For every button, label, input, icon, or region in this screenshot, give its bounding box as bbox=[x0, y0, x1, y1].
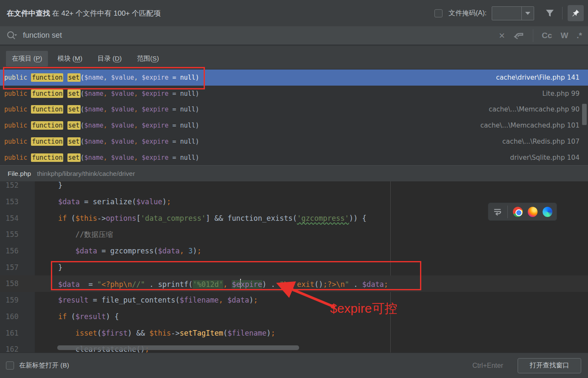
result-row[interactable]: public function set($name, $value, $expi… bbox=[0, 69, 588, 86]
preview-filename: File.php bbox=[8, 170, 31, 178]
code-token: ) bbox=[196, 138, 199, 145]
code-token: , bbox=[134, 154, 142, 161]
code-token: )) { bbox=[349, 214, 367, 222]
code-token: <?php\n bbox=[101, 280, 132, 289]
code-token: = bbox=[168, 74, 180, 81]
code-token: $filename bbox=[179, 296, 218, 304]
code-token: //数据压缩 bbox=[76, 230, 113, 239]
scope-tab[interactable]: 目录 (D) bbox=[92, 51, 128, 67]
code-token: , bbox=[104, 138, 111, 145]
combo-dropdown-arrow[interactable] bbox=[521, 7, 534, 20]
result-file-label: cache\...\Redis.php 107 bbox=[502, 138, 585, 145]
reader-mode-icon[interactable] bbox=[493, 207, 502, 217]
code-token: public bbox=[4, 138, 31, 145]
clear-search-icon[interactable]: × bbox=[499, 32, 505, 39]
code-token: set bbox=[67, 153, 81, 162]
code-token: $value bbox=[111, 138, 134, 145]
code-token: $expire bbox=[142, 154, 168, 161]
code-token: = bbox=[168, 154, 180, 161]
code-token: , bbox=[134, 106, 142, 113]
firefox-icon[interactable] bbox=[528, 207, 538, 217]
whole-words-icon[interactable]: W bbox=[560, 31, 568, 40]
search-input-value[interactable]: function set bbox=[23, 31, 62, 40]
chrome-icon[interactable] bbox=[513, 207, 523, 217]
scope-tab[interactable]: 范围(S) bbox=[131, 51, 165, 67]
code-token: ) bbox=[193, 247, 197, 255]
code-token bbox=[23, 197, 58, 206]
file-mask-value bbox=[492, 7, 521, 20]
result-row[interactable]: public function set($name, $value, $expi… bbox=[0, 117, 588, 133]
scope-tab[interactable]: 在项目 (P) bbox=[6, 51, 48, 67]
result-file-label: cache\driver\File.php 141 bbox=[496, 74, 585, 81]
code-token: function bbox=[31, 153, 63, 162]
regex-icon[interactable]: .* bbox=[577, 31, 582, 40]
open-find-window-button[interactable]: 打开查找窗口 bbox=[518, 358, 581, 373]
results-scrollbar-thumb[interactable] bbox=[582, 104, 587, 125]
code-token bbox=[63, 122, 67, 129]
code-token: ) bbox=[196, 154, 199, 161]
code-token: isset bbox=[76, 329, 97, 337]
code-token: ( bbox=[81, 106, 84, 113]
code-token: ?> bbox=[328, 280, 336, 289]
code-token: \n bbox=[284, 280, 292, 289]
open-in-new-tab-checkbox[interactable] bbox=[6, 361, 14, 370]
horizontal-scrollbar-thumb[interactable] bbox=[57, 345, 299, 350]
code-token: $name bbox=[84, 90, 104, 97]
code-token bbox=[293, 280, 297, 289]
find-in-files-dialog: 在文件中查找 在 42+ 个文件中有 100+ 个匹配项 文件掩码(A): bbox=[0, 0, 588, 378]
code-token: ; bbox=[323, 280, 327, 289]
code-token: public bbox=[4, 122, 31, 129]
match-case-icon[interactable]: Cc bbox=[542, 31, 552, 40]
code-token: , bbox=[134, 122, 142, 129]
code-token: = gzcompress( bbox=[97, 247, 158, 255]
code-text: $result = file_put_contents($filename, $… bbox=[0, 296, 258, 304]
code-token: , bbox=[104, 90, 111, 97]
edge-icon[interactable] bbox=[543, 207, 552, 217]
filter-icon[interactable] bbox=[543, 6, 557, 20]
search-field[interactable]: function set × Cc W .* bbox=[0, 26, 588, 46]
code-token: $data bbox=[227, 296, 249, 304]
result-file-label: driver\Sqlite.php 104 bbox=[510, 154, 585, 161]
result-row[interactable]: public function set($name, $value, $expi… bbox=[0, 102, 588, 118]
code-token: = bbox=[168, 106, 180, 113]
file-mask-combobox[interactable] bbox=[492, 6, 534, 20]
code-token bbox=[23, 247, 76, 255]
code-token: '%012d' bbox=[193, 280, 223, 289]
result-row[interactable]: public function set($name, $value, $expi… bbox=[0, 133, 588, 150]
file-mask-checkbox[interactable] bbox=[434, 9, 442, 17]
file-mask-label: 文件掩码(A): bbox=[448, 9, 487, 18]
code-token: ; bbox=[271, 329, 275, 337]
code-token: = bbox=[168, 122, 180, 129]
code-token: , bbox=[223, 280, 227, 289]
code-token: $value bbox=[111, 154, 134, 161]
code-token: null bbox=[180, 122, 195, 129]
code-token: $expire bbox=[142, 74, 168, 81]
result-row[interactable]: public function set($name, $value, $expi… bbox=[0, 150, 588, 166]
result-row[interactable]: public function set($name, $value, $expi… bbox=[0, 86, 588, 102]
titlebar-separator bbox=[562, 7, 563, 19]
code-token: options bbox=[106, 214, 137, 222]
code-token: $name bbox=[84, 138, 104, 145]
code-token: xpire bbox=[241, 280, 262, 289]
code-token: $name bbox=[84, 74, 104, 81]
code-token bbox=[63, 74, 67, 81]
code-token: -> bbox=[97, 214, 106, 222]
code-token: $data bbox=[362, 280, 384, 289]
code-token bbox=[227, 280, 232, 289]
code-token bbox=[63, 138, 67, 145]
scope-tab[interactable]: 模块 (M) bbox=[51, 51, 88, 67]
code-token: = file_put_contents( bbox=[89, 296, 180, 304]
code-token: set bbox=[67, 73, 81, 82]
code-line: 159 $result = file_put_contents($filenam… bbox=[0, 292, 588, 309]
line-number: 158 bbox=[6, 279, 27, 288]
code-token: $value bbox=[136, 197, 162, 206]
newline-icon[interactable] bbox=[513, 31, 524, 40]
pin-button[interactable] bbox=[568, 5, 584, 21]
code-token: ; bbox=[167, 197, 171, 206]
code-token: exit bbox=[297, 280, 314, 289]
code-token: function bbox=[31, 121, 63, 130]
code-token: , bbox=[104, 154, 111, 161]
code-token: ) bbox=[249, 296, 253, 304]
code-line: 161 isset($first) && $this->setTagItem($… bbox=[0, 325, 588, 341]
code-token: $value bbox=[111, 74, 134, 81]
